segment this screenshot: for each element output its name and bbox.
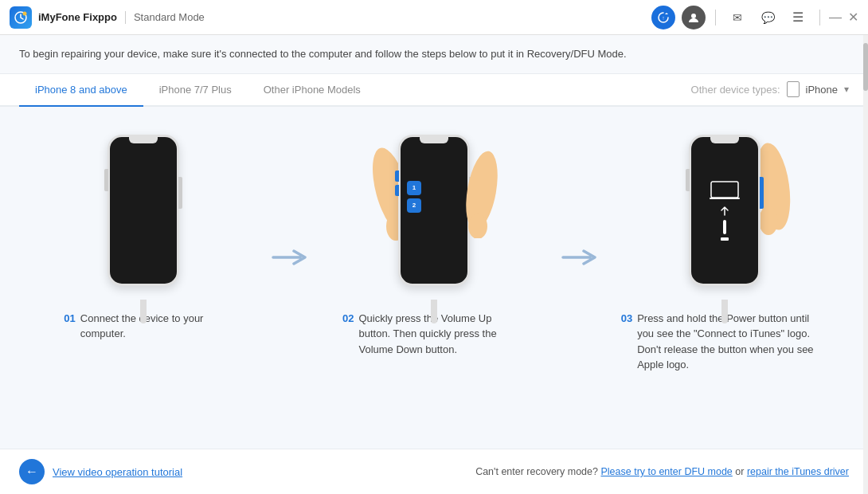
step-3-col: 03 Press and hold the Power button until… [604, 123, 844, 441]
app-name: iMyFone Fixppo [38, 11, 117, 23]
dfu-mode-link[interactable]: Please try to enter DFU mode [600, 466, 732, 477]
plug-icon [721, 237, 729, 241]
update-icon[interactable]: ↑ [651, 6, 675, 29]
footer: ← View video operation tutorial Can't en… [0, 449, 868, 494]
svg-rect-10 [711, 182, 738, 198]
phone-btn-right-3 [760, 177, 764, 209]
step1-text: Connect the device to your computer. [80, 311, 224, 342]
arrow-right-icon-2 [561, 246, 596, 269]
close-button[interactable]: ✕ [847, 12, 858, 23]
tab-iphone8[interactable]: iPhone 8 and above [19, 74, 143, 107]
step-indicators: 1 2 [407, 181, 421, 213]
phone-body-2: 1 2 [398, 135, 470, 286]
phone-cable-2 [431, 300, 437, 323]
arrow-right-icon-1 [272, 246, 307, 269]
or-text: or [735, 466, 744, 477]
step2-num: 02 [342, 311, 354, 327]
phone-btn-left-2b [395, 185, 399, 196]
arrow-2 [553, 123, 604, 441]
minimize-button[interactable]: — [830, 12, 841, 23]
title-divider [125, 11, 126, 24]
sep2 [819, 10, 820, 25]
info-text: To begin repairing your device, make sur… [19, 48, 627, 60]
itunes-driver-link[interactable]: repair the iTunes driver [747, 466, 849, 477]
step-2-col: 1 2 02 Quickly press the Volume Up butto… [315, 123, 554, 441]
phone-btn-right-1 [178, 177, 182, 209]
scrollbar-thumb[interactable] [863, 43, 868, 91]
svg-point-1 [23, 11, 27, 15]
step2-text: Quickly press the Volume Up button. Then… [358, 311, 526, 358]
step1-phone [96, 123, 191, 298]
phone-btn-left-1 [104, 169, 108, 191]
device-icon [787, 81, 800, 97]
cable-icon [723, 220, 726, 234]
footer-right: Can't enter recovery mode? Please try to… [475, 466, 849, 477]
svg-text:↑: ↑ [662, 15, 665, 21]
device-type-value: iPhone [806, 84, 838, 96]
main-content: To begin repairing your device, make sur… [0, 35, 868, 494]
info-banner: To begin repairing your device, make sur… [0, 35, 868, 74]
video-tutorial-link[interactable]: View video operation tutorial [53, 466, 182, 478]
step2-phone: 1 2 [378, 123, 490, 298]
phone-body-1 [108, 135, 179, 286]
svg-rect-11 [710, 198, 740, 199]
phone-cable-1 [140, 300, 147, 323]
back-button[interactable]: ← [19, 459, 45, 484]
phone-body-3 [689, 135, 760, 286]
arrow-1 [264, 123, 315, 441]
title-bar-actions: ↑ ✉ 💬 ☰ — ✕ [651, 6, 858, 29]
tabs-row: iPhone 8 and above iPhone 7/7 Plus Other… [0, 74, 868, 107]
phone-notch-2 [420, 137, 448, 143]
mode-label: Standard Mode [134, 11, 205, 23]
step3-text: Press and hold the Power button until yo… [637, 311, 828, 373]
indicator-1: 1 [407, 181, 421, 195]
footer-left: ← View video operation tutorial [19, 459, 182, 484]
menu-icon[interactable]: ☰ [786, 6, 810, 29]
itunes-screen [710, 180, 740, 241]
phone-notch-1 [129, 137, 158, 143]
user-icon[interactable] [682, 6, 706, 29]
step-1-col: 01 Connect the device to your computer. [24, 123, 264, 441]
device-type-selector: Other device types: iPhone ▾ [691, 81, 849, 97]
dropdown-arrow-icon[interactable]: ▾ [844, 84, 849, 95]
right-hand-icon [462, 143, 502, 238]
phone-cable-3 [721, 300, 728, 323]
recovery-text: Can't enter recovery mode? [475, 466, 598, 477]
mail-icon[interactable]: ✉ [725, 6, 749, 29]
sep1 [715, 10, 716, 25]
itunes-arrow-up-icon [719, 206, 730, 217]
svg-point-9 [759, 206, 778, 235]
step3-num: 03 [621, 311, 632, 327]
phone-btn-left-3 [686, 169, 690, 191]
phone-notch-3 [710, 137, 739, 143]
chat-icon[interactable]: 💬 [756, 6, 780, 29]
itunes-laptop-icon [710, 180, 740, 202]
steps-area: 01 Connect the device to your computer. [0, 107, 868, 449]
svg-point-7 [468, 214, 487, 238]
indicator-2: 2 [407, 198, 421, 213]
device-type-label: Other device types: [691, 84, 780, 96]
app-logo [10, 6, 32, 29]
title-bar: iMyFone Fixppo Standard Mode ↑ ✉ 💬 ☰ — ✕ [0, 0, 868, 35]
step1-num: 01 [64, 311, 75, 327]
svg-point-3 [691, 14, 696, 18]
phone-btn-left-2 [395, 171, 399, 182]
tab-iphone7[interactable]: iPhone 7/7 Plus [143, 74, 248, 107]
step3-phone [669, 123, 780, 298]
scrollbar-track [863, 35, 868, 494]
tab-other-iphone[interactable]: Other iPhone Models [248, 74, 377, 107]
